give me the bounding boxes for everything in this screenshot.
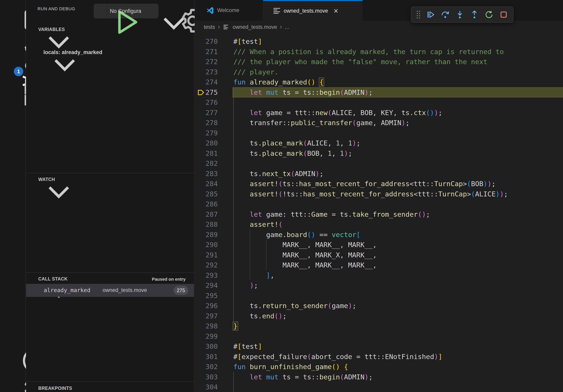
line-number[interactable]: 303	[195, 372, 218, 382]
line-number[interactable]: 291	[195, 250, 218, 260]
line-number[interactable]: 274	[195, 77, 218, 87]
variables-scope-locals[interactable]: locals: already_marked	[26, 47, 194, 58]
code-line[interactable]: 270#[test]	[195, 36, 563, 47]
breadcrumb-item-file[interactable]: owned_tests.move	[232, 24, 277, 30]
code-line[interactable]: 299	[195, 331, 563, 341]
code-line[interactable]: 293 ],	[195, 270, 563, 280]
code-line[interactable]: 286	[195, 199, 563, 209]
line-number[interactable]: 279	[195, 128, 218, 138]
code-line[interactable]: 277 let game = ttt::new(ALICE, BOB, KEY,…	[195, 108, 563, 118]
code-line[interactable]: 284 assert!(ts::has_most_recent_for_addr…	[195, 179, 563, 189]
line-number[interactable]: 276	[195, 97, 218, 108]
code-line[interactable]: 280 ts.place_mark(ALICE, 1, 1);	[195, 138, 563, 148]
line-number[interactable]: 280	[195, 138, 218, 148]
line-number[interactable]: 285	[195, 189, 218, 199]
line-number[interactable]: 294	[195, 280, 218, 290]
code-line[interactable]: 278 transfer::public_transfer(game, ADMI…	[195, 118, 563, 128]
code-line[interactable]: 276	[195, 97, 563, 108]
call-stack-section-header[interactable]: CALL STACK Paused on entry	[26, 273, 194, 285]
code-line[interactable]: 297 ts.end();	[195, 311, 563, 321]
breadcrumb-item-symbol[interactable]: ...	[285, 24, 289, 30]
code-line[interactable]: 288 assert!(	[195, 219, 563, 230]
line-number[interactable]: 287	[195, 209, 218, 220]
debug-start-icon[interactable]	[97, 7, 104, 15]
code-line[interactable]: 301#[expected_failure(abort_code = ttt::…	[195, 352, 563, 362]
line-number[interactable]: 277	[195, 108, 218, 118]
variables-section-header[interactable]: VARIABLES	[26, 23, 194, 36]
line-number[interactable]: 270	[195, 36, 218, 47]
code-line[interactable]: 273/// player.	[195, 67, 563, 77]
line-number[interactable]: 290	[195, 240, 218, 250]
gripper-icon[interactable]	[414, 8, 422, 21]
account-icon[interactable]	[6, 346, 20, 360]
explorer-icon[interactable]	[7, 3, 19, 16]
line-number[interactable]: 284	[195, 179, 218, 189]
search-icon[interactable]	[7, 23, 19, 35]
line-number[interactable]: 299	[195, 331, 218, 341]
code-line[interactable]: 304	[195, 382, 563, 392]
step-over-button[interactable]	[439, 8, 451, 21]
code-line[interactable]: 300#[test]	[195, 341, 563, 352]
code-line[interactable]: 282	[195, 158, 563, 169]
line-number[interactable]: 293	[195, 270, 218, 280]
code-line[interactable]: 283 ts.next_tx(ADMIN);	[195, 169, 563, 179]
call-stack-frame[interactable]: already_marked owned_tests.move 275	[26, 284, 194, 297]
code-line[interactable]: 289 game.board() == vector[	[195, 230, 563, 240]
code-line[interactable]: 302fun burn_unfinished_game() {	[195, 362, 563, 372]
line-number[interactable]: 296	[195, 301, 218, 311]
line-number[interactable]: 295	[195, 290, 218, 301]
line-number[interactable]: 301	[195, 352, 218, 362]
line-number[interactable]: 304	[195, 382, 218, 392]
line-number[interactable]: 282	[195, 158, 218, 169]
line-number[interactable]: 302	[195, 362, 218, 372]
code-line[interactable]: 298}	[195, 321, 563, 331]
line-number[interactable]: 298	[195, 321, 218, 331]
code-line[interactable]: 287 let game: ttt::Game = ts.take_from_s…	[195, 209, 563, 220]
breadcrumb-item-tests[interactable]: tests	[204, 24, 215, 30]
continue-button[interactable]	[424, 8, 437, 21]
code-line[interactable]: 290 MARK__, MARK__, MARK__,	[195, 240, 563, 250]
watch-section-header[interactable]: WATCH	[26, 173, 194, 186]
code-line[interactable]: 285 assert!(!ts::has_most_recent_for_add…	[195, 189, 563, 199]
code-line[interactable]: 274fun already_marked() {	[195, 77, 563, 87]
line-number[interactable]: 289	[195, 230, 218, 240]
stop-button[interactable]	[497, 8, 510, 21]
source-control-icon[interactable]	[7, 42, 19, 55]
line-number[interactable]: 300	[195, 341, 218, 352]
line-number[interactable]: 288	[195, 219, 218, 230]
line-number[interactable]: 273	[195, 67, 218, 77]
line-number[interactable]: 292	[195, 260, 218, 270]
settings-gear-icon[interactable]	[6, 373, 20, 387]
line-number[interactable]: 271	[195, 47, 218, 57]
gear-icon[interactable]	[163, 6, 172, 15]
line-number[interactable]: 275	[195, 87, 218, 97]
code-line[interactable]: 279	[195, 128, 563, 138]
breakpoints-section-header[interactable]: BREAKPOINTS	[26, 382, 194, 392]
restart-button[interactable]	[483, 8, 495, 21]
code-line[interactable]: 271/// When a position is already marked…	[195, 47, 563, 57]
code-line[interactable]: 296 ts.return_to_sender(game);	[195, 301, 563, 311]
code-editor[interactable]: 270#[test]271/// When a position is alre…	[195, 34, 563, 392]
line-number[interactable]: 283	[195, 169, 218, 179]
line-number[interactable]: 278	[195, 118, 218, 128]
line-number[interactable]: 272	[195, 57, 218, 67]
code-line[interactable]: 295	[195, 290, 563, 301]
launch-config-dropdown[interactable]: No Configura	[94, 4, 158, 18]
tab-owned-tests-move[interactable]: owned_tests.move ×	[263, 0, 363, 21]
code-line[interactable]: 275 let mut ts = ts::begin(ADMIN);	[195, 87, 563, 97]
more-actions-icon[interactable]	[176, 7, 185, 14]
code-line[interactable]: 303 let mut ts = ts::begin(ADMIN);	[195, 372, 563, 382]
extensions-icon[interactable]	[7, 80, 19, 92]
tab-welcome[interactable]: Welcome	[195, 0, 263, 21]
code-line[interactable]: 291 MARK__, MARK_X, MARK__,	[195, 250, 563, 260]
line-number[interactable]: 297	[195, 311, 218, 321]
line-number[interactable]: 286	[195, 199, 218, 209]
step-into-button[interactable]	[454, 8, 466, 21]
step-out-button[interactable]	[468, 8, 481, 21]
code-line[interactable]: 272/// the player who made the "false" m…	[195, 57, 563, 67]
code-line[interactable]: 292 MARK__, MARK__, MARK__,	[195, 260, 563, 270]
line-number[interactable]: 281	[195, 148, 218, 158]
code-line[interactable]: 281 ts.place_mark(BOB, 1, 1);	[195, 148, 563, 158]
code-line[interactable]: 294 );	[195, 280, 563, 290]
close-icon[interactable]: ×	[333, 7, 338, 15]
